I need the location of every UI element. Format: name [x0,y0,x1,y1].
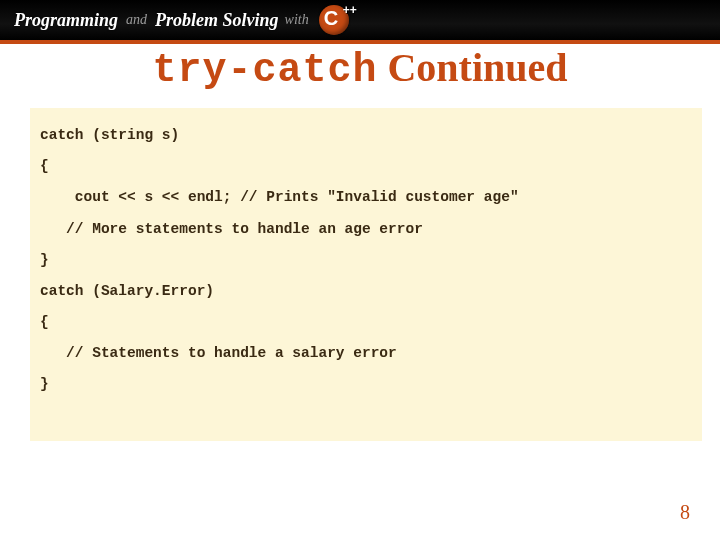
logo-programming: Programming [14,10,118,31]
code-line: } [40,245,692,276]
logo-problem-solving: Problem Solving [155,10,279,31]
code-line: cout << s << endl; // Prints "Invalid cu… [40,182,692,213]
code-block: catch (string s) { cout << s << endl; //… [30,108,702,441]
code-line: // Statements to handle a salary error [40,338,692,369]
code-line: // More statements to handle an age erro… [40,214,692,245]
logo-with: with [285,12,309,28]
title-continued: Continued [377,45,567,90]
cpp-logo-icon: C ++ [319,5,349,35]
code-line: { [40,151,692,182]
code-line: { [40,307,692,338]
logo-and: and [126,12,147,28]
cpp-pp: ++ [343,3,357,17]
header-inner: Programming and Problem Solving with C +… [0,0,720,40]
title-mono: try-catch [152,48,377,93]
page-number: 8 [680,501,690,524]
code-line: catch (string s) [40,120,692,151]
header-bar: Programming and Problem Solving with C +… [0,0,720,44]
slide-title: try-catch Continued [0,44,720,93]
code-line: catch (Salary.Error) [40,276,692,307]
cpp-c: C [324,7,338,30]
code-line: } [40,369,692,400]
